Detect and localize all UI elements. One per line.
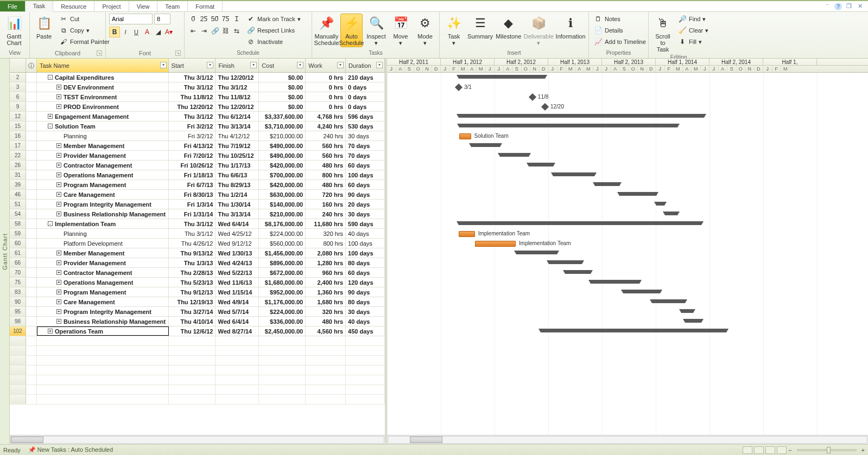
cell-finish[interactable]: Thu 12/20/12 — [216, 102, 259, 111]
fill-button[interactable]: ⬇Fill ▾ — [676, 36, 710, 47]
cell-cost[interactable]: $420,000.00 — [259, 161, 306, 170]
table-row[interactable]: 6+TEST EnvironmentThu 11/8/12Thu 11/8/12… — [10, 92, 385, 102]
gantt-bar[interactable] — [623, 290, 660, 293]
gantt-bar[interactable] — [459, 133, 471, 139]
respect-links-button[interactable]: 🔗Respect Links — [245, 25, 302, 36]
gantt-bar[interactable] — [459, 221, 701, 225]
table-row[interactable]: 95+Program Integrity ManagementThu 3/27/… — [10, 307, 385, 317]
expand-icon[interactable]: + — [56, 202, 61, 207]
row-number[interactable]: 15 — [10, 121, 26, 131]
table-row[interactable]: 60Platform DevelopmentThu 4/26/12Wed 9/1… — [10, 239, 385, 248]
cell-task-name[interactable]: +PROD Environment — [37, 102, 169, 111]
inactivate-button[interactable]: ⊘Inactivate — [245, 36, 302, 47]
cell-work[interactable]: 1,280 hrs — [306, 258, 346, 267]
cell-start[interactable]: Thu 3/1/12 — [169, 219, 216, 228]
cell-finish[interactable]: Wed 9/12/12 — [216, 239, 259, 248]
row-number[interactable]: 22 — [10, 151, 26, 160]
empty-row[interactable] — [10, 336, 385, 346]
row-number[interactable]: 75 — [10, 278, 26, 287]
empty-row[interactable] — [10, 375, 385, 385]
cut-button[interactable]: ✂Cut — [58, 14, 111, 24]
cell-duration[interactable]: 0 days — [346, 102, 385, 111]
cell-duration[interactable]: 100 days — [346, 248, 385, 258]
cell-task-name[interactable]: +Care Management — [37, 297, 169, 306]
cell-work[interactable]: 960 hrs — [306, 268, 346, 277]
cell-task-name[interactable]: +Program Management — [37, 180, 169, 189]
cell-work[interactable]: 160 hrs — [306, 200, 346, 209]
table-row[interactable]: 70+Contractor ManagementThu 2/28/13Wed 5… — [10, 268, 385, 278]
copy-button[interactable]: ⧉Copy ▾ — [58, 25, 111, 36]
pct100-button[interactable]: 1̄ — [231, 14, 242, 24]
table-row[interactable]: 2-Capital ExpendituresThu 3/1/12Thu 12/2… — [10, 73, 385, 82]
gantt-bar[interactable] — [619, 192, 656, 196]
font-name-input[interactable] — [109, 14, 153, 24]
view-btn-3[interactable] — [765, 446, 775, 454]
cell-cost[interactable]: $3,337,600.00 — [259, 112, 306, 121]
row-number[interactable]: 12 — [10, 112, 26, 121]
empty-row[interactable] — [10, 366, 385, 375]
cell-task-name[interactable]: +DEV Environment — [37, 82, 169, 92]
cell-finish[interactable]: Wed 6/4/14 — [216, 317, 259, 326]
split-button[interactable]: ⇆ — [231, 25, 242, 36]
cell-work[interactable]: 480 hrs — [306, 317, 346, 326]
cell-start[interactable]: Thu 2/28/13 — [169, 268, 216, 277]
dropdown-icon[interactable]: ▾ — [250, 62, 257, 68]
cell-finish[interactable]: Wed 6/4/14 — [216, 219, 259, 228]
col-task-name[interactable]: Task Name▾ — [37, 59, 169, 72]
underline-button[interactable]: U — [131, 27, 142, 37]
font-size-input[interactable] — [154, 14, 170, 24]
tab-task[interactable]: Task — [26, 1, 54, 12]
cell-work[interactable]: 320 hrs — [306, 229, 346, 238]
fill-color-button[interactable]: ◢ — [153, 27, 163, 37]
table-row[interactable]: 9+PROD EnvironmentThu 12/20/12Thu 12/20/… — [10, 102, 385, 112]
cell-finish[interactable]: Thu 7/19/12 — [216, 141, 259, 150]
gantt-bar[interactable] — [516, 251, 557, 254]
table-row[interactable]: 17+Member ManagementFri 4/13/12Thu 7/19/… — [10, 141, 385, 151]
cell-cost[interactable]: $1,456,000.00 — [259, 248, 306, 258]
cell-duration[interactable]: 90 days — [346, 287, 385, 297]
cell-task-name[interactable]: +Business Relationship Management — [37, 209, 169, 219]
manually-schedule-button[interactable]: 📌Manually Schedule — [315, 14, 338, 47]
row-number[interactable]: 60 — [10, 239, 26, 248]
col-info[interactable]: ⓘ — [26, 59, 37, 72]
table-row[interactable]: 46+Care ManagementFri 8/30/13Thu 1/2/14$… — [10, 190, 385, 200]
cell-duration[interactable]: 120 days — [346, 278, 385, 287]
cell-start[interactable]: Fri 7/20/12 — [169, 151, 216, 160]
row-number[interactable]: 70 — [10, 268, 26, 277]
insert-task-button[interactable]: ✨Task▾ — [443, 14, 465, 47]
gantt-bar[interactable] — [595, 182, 619, 186]
cell-task-name[interactable]: +Program Management — [37, 287, 169, 297]
table-row[interactable]: 102+Operations TeamThu 12/6/12Wed 8/27/1… — [10, 326, 385, 336]
cell-start[interactable]: Fri 3/2/12 — [169, 121, 216, 131]
gantt-milestone[interactable] — [455, 84, 462, 91]
row-number[interactable]: 95 — [10, 307, 26, 316]
cell-duration[interactable]: 70 days — [346, 151, 385, 160]
cell-finish[interactable]: Thu 6/6/13 — [216, 170, 259, 180]
ribbon-minimize-icon[interactable]: ˇ — [823, 3, 831, 10]
cell-finish[interactable]: Thu 3/1/12 — [216, 82, 259, 92]
cell-work[interactable]: 800 hrs — [306, 170, 346, 180]
information-button[interactable]: ℹInformation — [556, 14, 585, 41]
expand-icon[interactable]: + — [56, 270, 61, 275]
cell-cost[interactable]: $336,000.00 — [259, 317, 306, 326]
cell-task-name[interactable]: +Operations Management — [37, 278, 169, 287]
cell-duration[interactable]: 40 days — [346, 229, 385, 238]
table-row[interactable]: 90+Care ManagementThu 12/19/13Wed 4/9/14… — [10, 297, 385, 307]
gantt-chart-button[interactable]: 📊 Gantt Chart — [3, 14, 25, 47]
table-row[interactable]: 12+Engagement ManagementThu 3/1/12Thu 6/… — [10, 112, 385, 121]
row-number[interactable]: 9 — [10, 102, 26, 111]
row-number[interactable]: 51 — [10, 200, 26, 209]
cell-task-name[interactable]: +Contractor Management — [37, 268, 169, 277]
gantt-hscroll[interactable] — [387, 435, 868, 444]
outdent-button[interactable]: ⇤ — [188, 25, 199, 36]
row-number[interactable]: 98 — [10, 317, 26, 326]
table-row[interactable]: 22+Provider ManagementFri 7/20/12Thu 10/… — [10, 151, 385, 161]
zoom-in-icon[interactable]: + — [861, 447, 865, 453]
col-cost[interactable]: Cost▾ — [259, 59, 306, 72]
cell-cost[interactable]: $490,000.00 — [259, 141, 306, 150]
cell-duration[interactable]: 90 days — [346, 190, 385, 199]
gantt-bar[interactable] — [500, 153, 528, 157]
cell-start[interactable]: Fri 3/2/12 — [169, 131, 216, 140]
pct0-button[interactable]: 0̄ — [188, 14, 199, 24]
row-number[interactable]: 2 — [10, 73, 26, 82]
